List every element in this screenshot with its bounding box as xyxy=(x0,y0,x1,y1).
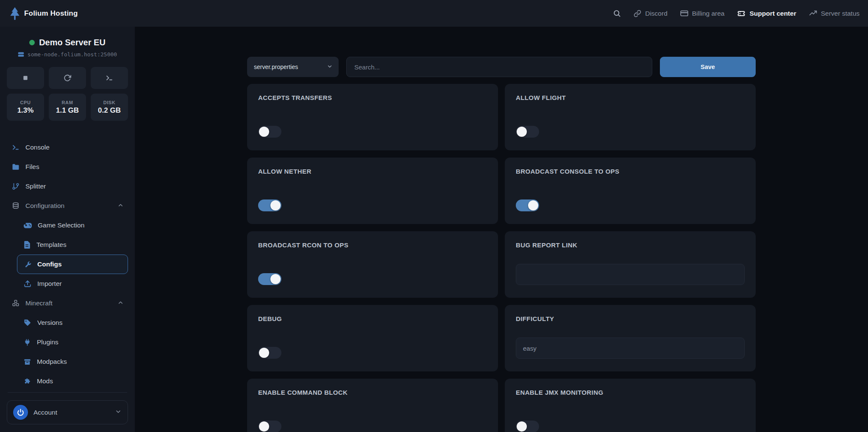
sidebar-item-templates[interactable]: Templates xyxy=(17,235,128,255)
server-stats: CPU 1.3% RAM 1.1 GB DISK 0.2 GB xyxy=(7,94,128,121)
ticket-icon xyxy=(737,9,746,18)
topnav-item-server-status[interactable]: Server status xyxy=(809,9,860,17)
divider xyxy=(8,392,127,393)
toggle-knob xyxy=(517,127,527,137)
server-host: some-node.folium.host:25000 xyxy=(7,51,128,58)
sidebar-item-modpacks[interactable]: Modpacks xyxy=(17,352,128,371)
sidebar-item-game-selection[interactable]: Game Selection xyxy=(17,216,128,235)
sidebar-item-configs[interactable]: Configs xyxy=(17,255,128,274)
search-icon[interactable] xyxy=(613,9,621,17)
setting-toggle[interactable] xyxy=(258,126,281,138)
setting-input[interactable] xyxy=(516,264,745,285)
server-host-text: some-node.folium.host:25000 xyxy=(28,51,117,58)
sidebar-item-label: Console xyxy=(25,144,50,151)
stat-value: 1.3% xyxy=(17,106,34,115)
brand[interactable]: Folium Hosting xyxy=(9,7,78,20)
sidebar: Demo Server EU some-node.folium.host:250… xyxy=(0,27,135,432)
tag-icon xyxy=(24,319,31,327)
topnav-item-support-center[interactable]: Support center xyxy=(737,9,796,18)
stat-label: RAM xyxy=(62,100,73,105)
restart-icon xyxy=(64,74,71,82)
server-name: Demo Server EU xyxy=(39,38,106,47)
sidebar-item-label: Game Selection xyxy=(38,222,84,229)
sidebar-item-splitter[interactable]: Splitter xyxy=(7,177,128,196)
sidebar-nav: Console Files Splitter xyxy=(7,138,128,391)
chevron-down-icon xyxy=(327,64,333,71)
pine-tree-logo-icon xyxy=(9,7,20,20)
setting-card-broadcast-rcon-to-ops: BROADCAST RCON TO OPS xyxy=(247,231,498,298)
sidebar-section-configuration[interactable]: Configuration xyxy=(7,196,128,216)
setting-title: BROADCAST RCON TO OPS xyxy=(258,241,487,249)
setting-toggle[interactable] xyxy=(258,199,281,211)
folder-icon xyxy=(12,163,19,171)
sidebar-item-label: Versions xyxy=(37,319,62,327)
database-icon xyxy=(12,202,19,210)
console-icon xyxy=(12,144,19,151)
toggle-knob xyxy=(517,421,527,432)
save-button[interactable]: Save xyxy=(660,57,756,77)
configuration-children: Game Selection Templates xyxy=(17,216,128,294)
chevron-up-icon xyxy=(117,299,124,307)
config-toolbar: server.properties Save xyxy=(247,57,756,77)
setting-title: ENABLE JMX MONITORING xyxy=(516,389,745,396)
setting-title: ALLOW FLIGHT xyxy=(516,94,745,101)
sidebar-item-mods[interactable]: Mods xyxy=(17,371,128,391)
config-file-select[interactable]: server.properties xyxy=(247,57,339,77)
account-menu[interactable]: Account xyxy=(7,400,128,424)
setting-card-bug-report-link: BUG REPORT LINK xyxy=(505,231,756,298)
setting-toggle[interactable] xyxy=(258,421,281,432)
topnav-item-discord[interactable]: Discord xyxy=(634,10,668,17)
terminal-button[interactable] xyxy=(91,67,128,89)
setting-toggle[interactable] xyxy=(258,273,281,285)
setting-toggle[interactable] xyxy=(258,347,281,359)
sidebar-item-importer[interactable]: Importer xyxy=(17,274,128,294)
stop-icon xyxy=(22,75,29,81)
credit-card-icon xyxy=(680,9,688,17)
stat-label: DISK xyxy=(103,100,116,105)
setting-title: BUG REPORT LINK xyxy=(516,241,745,249)
topbar: Folium Hosting Discord Billing area xyxy=(0,0,868,27)
setting-card-enable-jmx-monitoring: ENABLE JMX MONITORING xyxy=(505,379,756,432)
settings-grid: ACCEPTS TRANSFERS ALLOW FLIGHT ALLOW NET… xyxy=(247,84,756,432)
brand-title: Folium Hosting xyxy=(24,9,78,18)
main-content: server.properties Save ACCEPTS TRANSFERS… xyxy=(135,27,868,432)
node-icon xyxy=(18,52,24,57)
cubes-icon xyxy=(12,299,19,307)
puzzle-icon xyxy=(24,378,31,385)
sidebar-item-versions[interactable]: Versions xyxy=(17,313,128,332)
restart-button[interactable] xyxy=(49,67,86,89)
sidebar-item-plugins[interactable]: Plugins xyxy=(17,332,128,352)
sidebar-item-files[interactable]: Files xyxy=(7,157,128,177)
topnav-item-billing[interactable]: Billing area xyxy=(680,9,725,17)
setting-card-difficulty: DIFFICULTY xyxy=(505,305,756,371)
link-icon xyxy=(634,10,641,17)
chevron-down-icon xyxy=(115,408,122,417)
setting-card-allow-nether: ALLOW NETHER xyxy=(247,158,498,224)
stat-label: CPU xyxy=(20,100,31,105)
setting-toggle[interactable] xyxy=(516,199,539,211)
sidebar-item-console[interactable]: Console xyxy=(7,138,128,157)
account-label: Account xyxy=(33,409,57,416)
sidebar-item-label: Files xyxy=(25,163,39,171)
setting-title: ACCEPTS TRANSFERS xyxy=(258,94,487,101)
plug-icon xyxy=(24,339,31,346)
gamepad-icon xyxy=(24,222,32,229)
upload-icon xyxy=(24,280,31,288)
setting-input[interactable] xyxy=(516,338,745,359)
power-actions xyxy=(7,67,128,89)
sidebar-section-minecraft[interactable]: Minecraft xyxy=(7,294,128,313)
setting-toggle[interactable] xyxy=(516,421,539,432)
sidebar-item-label: Configs xyxy=(37,260,62,268)
minecraft-children: Versions Plugins xyxy=(17,313,128,391)
topnav-label: Billing area xyxy=(692,10,725,17)
setting-toggle[interactable] xyxy=(516,126,539,138)
server-header: Demo Server EU xyxy=(7,38,128,47)
toggle-knob xyxy=(270,200,281,210)
sidebar-item-label: Plugins xyxy=(37,338,58,346)
config-file-selected-value: server.properties xyxy=(254,64,298,70)
search-input[interactable] xyxy=(346,57,652,77)
toggle-knob xyxy=(259,421,269,432)
toggle-knob xyxy=(270,274,281,284)
stop-button[interactable] xyxy=(7,67,44,89)
setting-card-enable-command-block: ENABLE COMMAND BLOCK xyxy=(247,379,498,432)
